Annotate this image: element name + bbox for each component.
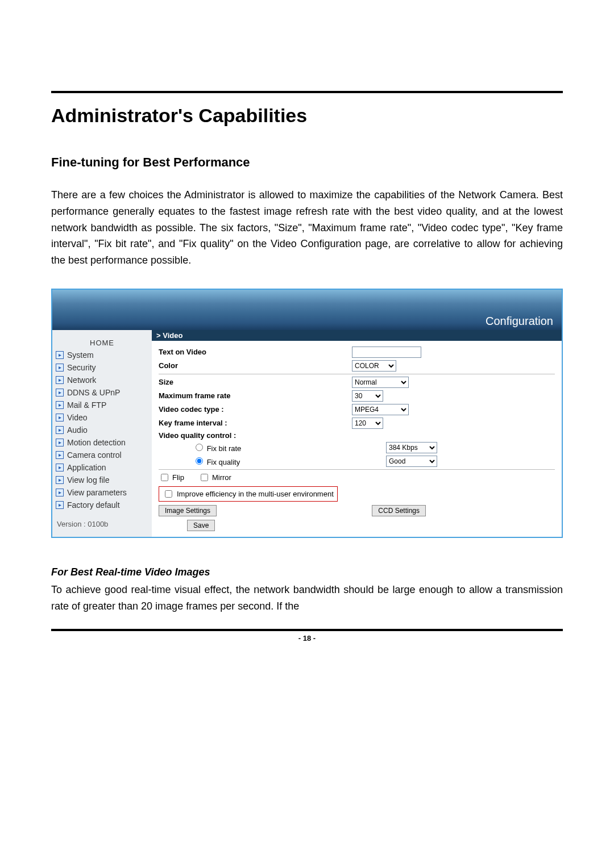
- page-number: - 18 -: [51, 634, 563, 642]
- arrow-right-icon: ▸: [56, 464, 64, 471]
- arrow-right-icon: ▸: [56, 351, 64, 359]
- fix-quality-radio[interactable]: [196, 457, 203, 465]
- multi-user-checkbox[interactable]: [165, 490, 172, 498]
- sidebar-item-factory-default[interactable]: ▸ Factory default: [52, 499, 152, 511]
- arrow-right-icon: ▸: [56, 401, 64, 409]
- flip-checkbox[interactable]: [161, 474, 168, 481]
- sidebar-item-label: View log file: [67, 475, 109, 485]
- multi-user-label: Improve efficiency in the multi-user env…: [177, 490, 334, 498]
- ccd-settings-button[interactable]: CCD Settings: [372, 505, 426, 516]
- fix-bit-rate-select[interactable]: 384 Kbps: [386, 442, 437, 453]
- arrow-right-icon: ▸: [56, 376, 64, 384]
- version-text: Version : 0100b: [52, 511, 152, 528]
- fix-quality-select[interactable]: Good: [386, 456, 437, 467]
- max-frame-rate-select[interactable]: 30: [352, 390, 383, 402]
- config-header: Configuration: [52, 312, 562, 330]
- sidebar-item-label: Motion detection: [67, 438, 126, 447]
- window-titlebar: [52, 290, 562, 312]
- text-on-video-input[interactable]: [352, 347, 421, 358]
- sidebar-item-motion-detection[interactable]: ▸ Motion detection: [52, 436, 152, 449]
- panel-header: > Video: [152, 330, 562, 341]
- video-panel: > Video Text on Video Color COLOR Size N…: [152, 330, 562, 537]
- sidebar-item-ddns-upnp[interactable]: ▸ DDNS & UPnP: [52, 386, 152, 399]
- section3-heading: For Best Real-time Video Images: [51, 566, 563, 578]
- image-settings-button[interactable]: Image Settings: [159, 505, 217, 516]
- color-select[interactable]: COLOR: [352, 360, 396, 372]
- sidebar-item-label: Security: [67, 363, 96, 372]
- section-subheading: Fine-tuning for Best Performance: [51, 155, 563, 170]
- flip-label: Flip: [172, 473, 184, 482]
- save-button[interactable]: Save: [187, 520, 215, 531]
- arrow-right-icon: ▸: [56, 489, 64, 496]
- sidebar-item-label: Network: [67, 375, 96, 385]
- mirror-label: Mirror: [212, 473, 231, 482]
- sidebar-item-network[interactable]: ▸ Network: [52, 374, 152, 386]
- arrow-right-icon: ▸: [56, 501, 64, 509]
- fix-bit-rate-label: Fix bit rate: [207, 444, 242, 453]
- sidebar-item-label: Audio: [67, 425, 88, 435]
- sidebar-item-label: System: [67, 350, 94, 360]
- sidebar-home[interactable]: HOME: [52, 336, 152, 349]
- fix-bit-rate-radio[interactable]: [196, 444, 203, 451]
- sidebar-item-label: View parameters: [67, 488, 127, 497]
- mirror-checkbox[interactable]: [201, 474, 208, 481]
- color-label: Color: [159, 361, 346, 370]
- sidebar-item-label: Application: [67, 463, 106, 472]
- text-on-video-label: Text on Video: [159, 348, 346, 356]
- sidebar-item-security[interactable]: ▸ Security: [52, 361, 152, 374]
- fix-quality-label: Fix quality: [207, 458, 240, 466]
- arrow-right-icon: ▸: [56, 426, 64, 434]
- arrow-right-icon: ▸: [56, 451, 64, 459]
- size-label: Size: [159, 378, 346, 386]
- sidebar-item-label: Mail & FTP: [67, 400, 106, 410]
- page-title: Administrator's Capabilities: [51, 105, 563, 127]
- section3-body: To achieve good real-time visual effect,…: [51, 582, 563, 615]
- flip-checkbox-wrap[interactable]: Flip: [159, 472, 184, 483]
- sidebar-item-label: Camera control: [67, 450, 122, 460]
- max-frame-rate-label: Maximum frame rate: [159, 391, 346, 400]
- sidebar-item-video[interactable]: ▸ Video: [52, 411, 152, 424]
- sidebar-item-system[interactable]: ▸ System: [52, 349, 152, 361]
- mirror-checkbox-wrap[interactable]: Mirror: [198, 472, 231, 483]
- arrow-right-icon: ▸: [56, 439, 64, 446]
- sidebar-item-label: DDNS & UPnP: [67, 388, 120, 397]
- sidebar: HOME ▸ System ▸ Security ▸ Network ▸ DDN…: [52, 330, 152, 537]
- sidebar-item-mail-ftp[interactable]: ▸ Mail & FTP: [52, 399, 152, 411]
- config-screenshot: Configuration HOME ▸ System ▸ Security ▸…: [51, 289, 563, 538]
- arrow-right-icon: ▸: [56, 414, 64, 422]
- arrow-right-icon: ▸: [56, 476, 64, 484]
- sidebar-item-view-log-file[interactable]: ▸ View log file: [52, 474, 152, 486]
- sidebar-item-label: Factory default: [67, 500, 120, 510]
- arrow-right-icon: ▸: [56, 364, 64, 372]
- sidebar-item-view-parameters[interactable]: ▸ View parameters: [52, 486, 152, 499]
- key-frame-interval-label: Key frame interval :: [159, 419, 346, 427]
- size-select[interactable]: Normal: [352, 377, 409, 388]
- video-codec-label: Video codec type :: [159, 405, 346, 414]
- sidebar-item-label: Video: [67, 413, 88, 422]
- key-frame-interval-select[interactable]: 120: [352, 418, 383, 429]
- video-quality-control-label: Video quality control :: [159, 431, 346, 440]
- sidebar-item-camera-control[interactable]: ▸ Camera control: [52, 449, 152, 461]
- arrow-right-icon: ▸: [56, 389, 64, 397]
- intro-paragraph: There are a few choices the Administrato…: [51, 187, 563, 269]
- video-codec-select[interactable]: MPEG4: [352, 404, 409, 415]
- sidebar-item-application[interactable]: ▸ Application: [52, 461, 152, 474]
- sidebar-item-audio[interactable]: ▸ Audio: [52, 424, 152, 436]
- multi-user-box: Improve efficiency in the multi-user env…: [159, 486, 338, 502]
